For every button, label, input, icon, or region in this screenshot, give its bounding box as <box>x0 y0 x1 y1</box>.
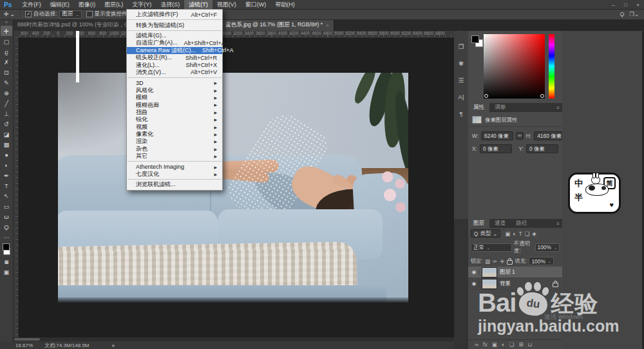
pen-tool[interactable]: ✒ <box>1 170 12 180</box>
clone-stamp-tool[interactable]: ⊥ <box>1 108 12 118</box>
quick-selection-tool[interactable]: ✗ <box>1 57 12 67</box>
quick-mask-button[interactable]: ◙ <box>1 256 12 267</box>
horizontal-ruler[interactable]: 6004002000200400600800100012001400160018… <box>18 31 454 38</box>
show-transform-checkbox[interactable] <box>86 11 93 17</box>
tab-channels[interactable]: 通道 <box>489 219 511 228</box>
workspace-switcher[interactable]: ❐⌄ <box>629 11 639 17</box>
canvas-photo[interactable] <box>58 73 408 303</box>
menubar-item-menu-image[interactable]: 图像(I) <box>74 0 100 9</box>
type-tool[interactable]: T <box>1 180 12 191</box>
filter-menu-item-filter-vanishing-point[interactable]: 消失点(V)...Alt+Ctrl+V <box>127 69 222 76</box>
clone-source-panel-icon[interactable]: ❐ <box>454 39 468 55</box>
filter-menu-item-filter-qidu[interactable]: 七度汉化▶ <box>127 171 222 178</box>
lock-paint-icon[interactable]: ✑ <box>493 258 497 265</box>
close-icon[interactable]: × <box>326 23 329 28</box>
filter-menu-item-filter-smart[interactable]: 转换为智能滤镜(S) <box>127 21 222 28</box>
hue-slider[interactable] <box>549 34 554 99</box>
new-layer-icon[interactable]: ⊞ <box>518 341 523 348</box>
menubar-item-menu-filter[interactable]: 滤镜(T) <box>184 0 213 9</box>
move-tool[interactable]: ✛ <box>1 26 12 36</box>
vertical-ruler[interactable] <box>13 37 19 337</box>
foreground-color-swatch[interactable] <box>3 243 10 250</box>
link-layers-icon[interactable]: ∞ <box>475 341 478 348</box>
panel-menu-icon[interactable]: ≡ <box>556 103 562 112</box>
zoom-tool[interactable]: Ϙ <box>1 222 12 232</box>
x-field[interactable]: 0 像素 <box>480 144 512 153</box>
path-selection-tool[interactable]: ↖ <box>1 191 12 201</box>
doc-tab-2[interactable]: 蓝色系.jpg @ 16.7% (图层 1, RGB/8#) *× <box>221 19 334 31</box>
menubar-item-menu-window[interactable]: 窗口(W) <box>241 0 271 9</box>
tab-layers[interactable]: 图层 <box>468 219 489 228</box>
fill-field[interactable]: 100%⌄ <box>529 257 553 265</box>
close-button[interactable]: × <box>632 0 644 9</box>
layer-row[interactable]: ◉图层 1 <box>468 267 562 278</box>
blur-tool[interactable]: ● <box>1 149 12 160</box>
filter-type-layers-icon[interactable]: T <box>518 231 522 237</box>
character-panel-icon[interactable]: A| <box>454 89 468 106</box>
delete-layer-icon[interactable]: ⊔ <box>528 341 533 348</box>
layer-style-icon[interactable]: fx <box>483 341 488 348</box>
menubar-item-menu-type[interactable]: 文字(Y) <box>128 0 156 9</box>
color-marker[interactable] <box>540 94 544 98</box>
hand-tool[interactable]: ω <box>1 211 12 222</box>
layer-thumbnail[interactable] <box>482 267 497 278</box>
shape-tool[interactable]: ▭ <box>1 201 12 211</box>
brush-tool[interactable]: ╱ <box>1 98 12 108</box>
menubar-item-menu-view[interactable]: 视图(V) <box>213 0 241 9</box>
toolbar-collapse-icon[interactable]: » <box>0 19 13 26</box>
layer-visibility-eye-icon[interactable]: ◉ <box>469 269 479 275</box>
menubar-item-menu-edit[interactable]: 编辑(E) <box>46 0 74 9</box>
filter-adjustment-layers-icon[interactable]: ◐ <box>513 231 516 237</box>
color-marker[interactable] <box>484 94 488 98</box>
layer-visibility-eye-icon[interactable]: ◉ <box>469 281 479 287</box>
width-field[interactable]: 6240 像素 <box>481 131 513 140</box>
foreground-color-swatch[interactable] <box>471 35 479 43</box>
menubar-item-menu-layer[interactable]: 图层(L) <box>100 0 128 9</box>
link-dimensions-icon[interactable]: ∞ <box>516 132 524 140</box>
eraser-tool[interactable]: ◪ <box>1 129 12 139</box>
foreground-background-swatch[interactable] <box>1 242 12 256</box>
eyedropper-tool[interactable]: ✎ <box>1 77 12 88</box>
lock-all-icon[interactable] <box>507 260 513 265</box>
layer-filter-search[interactable]: Ϙ 类型 ⌄ <box>471 229 500 238</box>
status-chevron-icon[interactable]: ▸ <box>113 343 115 348</box>
dodge-tool[interactable]: ◐ <box>1 160 12 170</box>
search-icon[interactable]: Ϙ <box>620 11 625 17</box>
y-field[interactable]: 0 像素 <box>526 144 558 153</box>
filter-shape-layers-icon[interactable]: ❏ <box>525 231 530 237</box>
gradient-tool[interactable]: ▦ <box>1 139 12 149</box>
auto-select-checkbox[interactable]: ✓ <box>25 11 32 17</box>
add-mask-icon[interactable]: ▣ <box>492 341 497 348</box>
adjustment-layer-icon[interactable]: ◐ <box>502 341 505 348</box>
minimize-button[interactable]: – <box>607 0 620 9</box>
blend-mode-dropdown[interactable]: 正常⌄ <box>471 243 512 252</box>
edit-toolbar-button[interactable]: ⋯ <box>1 232 12 242</box>
new-group-icon[interactable]: ❏ <box>509 341 515 348</box>
opacity-field[interactable]: 100%⌄ <box>535 243 560 252</box>
filter-menu-item-filter-browse-online[interactable]: 浏览联机滤镜... <box>127 181 222 188</box>
screen-mode-button[interactable]: ▣ <box>1 267 12 277</box>
menubar-item-menu-select[interactable]: 选择(S) <box>156 0 184 9</box>
filter-smart-objects-icon[interactable]: ◈ <box>532 231 536 237</box>
tab-properties[interactable]: 属性 <box>468 103 489 112</box>
maximize-button[interactable]: □ <box>620 0 632 9</box>
marquee-tool[interactable]: ▢ <box>1 36 12 46</box>
saturation-brightness-box[interactable] <box>484 34 545 99</box>
menubar-item-menu-file[interactable]: 文件(F) <box>17 0 46 9</box>
filter-menu-item-filter-other[interactable]: 其它▶ <box>127 153 222 160</box>
auto-select-dropdown[interactable]: 图层⌄ <box>59 10 81 19</box>
menubar-item-menu-help[interactable]: 帮助(H) <box>270 0 299 9</box>
tab-adjustments[interactable]: 调整 <box>489 103 511 112</box>
height-field[interactable]: 4160 像素 <box>534 131 566 140</box>
filter-menu-item-filter-last[interactable]: 上次滤镜操作(F)Alt+Ctrl+F <box>127 11 222 18</box>
zoom-level-field[interactable]: 16.67% <box>15 343 33 348</box>
healing-brush-tool[interactable]: ⊕ <box>1 88 12 98</box>
crop-tool[interactable]: ⊡ <box>1 67 12 77</box>
current-tool-icon[interactable]: ✛⌄ <box>0 11 19 17</box>
lock-position-icon[interactable]: ✛ <box>500 258 504 265</box>
tab-paths[interactable]: 路径 <box>511 219 532 228</box>
layer-row[interactable]: ◉背景 <box>468 278 562 290</box>
paragraph-panel-icon[interactable]: ¶ <box>454 106 468 122</box>
lasso-tool[interactable]: ϱ <box>1 46 12 57</box>
scrollbar-thumb[interactable] <box>14 338 40 341</box>
